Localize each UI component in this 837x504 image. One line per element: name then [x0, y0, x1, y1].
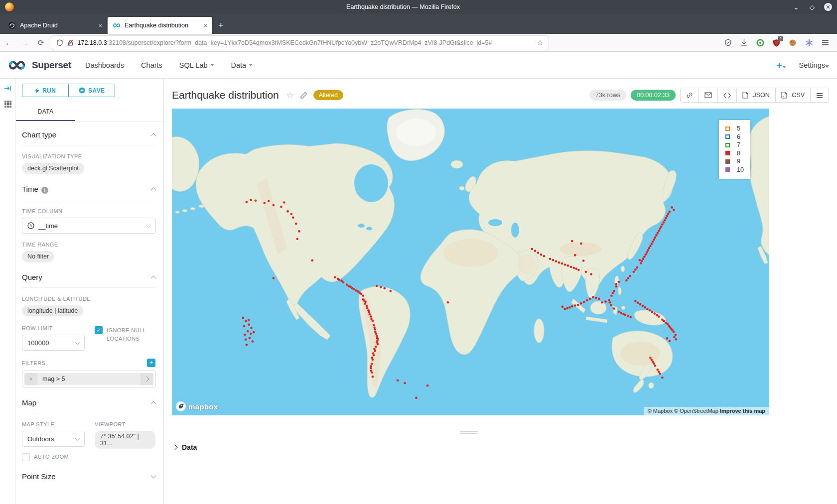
email-button[interactable]	[699, 88, 718, 102]
tab-data[interactable]: DATA	[16, 104, 75, 121]
legend-item[interactable]: 5	[725, 125, 744, 133]
map-style-select[interactable]: Outdoors	[22, 431, 85, 447]
window-title: Earthquake distribution — Mozilla Firefo…	[14, 3, 792, 10]
plus-icon: +	[776, 60, 782, 70]
viz-type-value[interactable]: deck.gl Scatterplot	[22, 163, 84, 174]
more-options-button[interactable]	[811, 88, 829, 102]
filter-chip[interactable]: × mag > 5	[24, 373, 153, 385]
legend-item[interactable]: 10	[725, 166, 744, 174]
time-range-value[interactable]: No filter	[22, 251, 54, 262]
favorite-star-icon[interactable]: ☆	[286, 90, 294, 101]
legend-value: 6	[737, 133, 740, 140]
save-button[interactable]: SAVE	[69, 84, 115, 97]
tab-apache-druid[interactable]: Apache Druid ×	[3, 17, 108, 34]
legend-item[interactable]: 7	[725, 141, 744, 149]
edit-pencil-icon[interactable]	[300, 92, 307, 99]
section-map[interactable]: Map	[22, 398, 155, 413]
nav-data[interactable]: Data	[231, 61, 253, 69]
remove-filter-icon[interactable]: ×	[24, 373, 37, 385]
add-filter-button[interactable]: +	[147, 359, 155, 367]
menu-hamburger-icon[interactable]	[822, 39, 829, 46]
extension-green-icon[interactable]	[756, 39, 764, 47]
bookmark-star-icon[interactable]: ☆	[537, 38, 543, 47]
nav-sql-lab[interactable]: SQL Lab	[179, 61, 214, 69]
back-button[interactable]: ←	[5, 38, 12, 47]
deckgl-map[interactable]: 5678910 mapbox © Mapbox © OpenStreetMap …	[172, 109, 769, 415]
world-map	[172, 109, 769, 415]
row-limit-select[interactable]: 100000	[22, 335, 85, 351]
nav-dashboards[interactable]: Dashboards	[85, 61, 124, 69]
envelope-icon	[704, 92, 712, 98]
viewport-value[interactable]: 7° 35' 54.02" | 31...	[95, 431, 155, 449]
legend-value: 8	[737, 150, 740, 157]
copy-link-button[interactable]	[681, 88, 699, 102]
chevron-up-icon	[150, 401, 156, 406]
superset-logo[interactable]: Superset	[8, 59, 71, 71]
tab-close-icon[interactable]: ×	[98, 22, 102, 29]
legend-swatch-icon	[725, 126, 730, 131]
colorful-asterisk-icon[interactable]	[805, 39, 813, 47]
section-point-size[interactable]: Point Size	[22, 472, 155, 487]
map-legend[interactable]: 5678910	[719, 120, 750, 179]
section-chart-type[interactable]: Chart type	[22, 130, 155, 145]
tracking-shield-icon[interactable]	[56, 39, 63, 46]
pane-drag-handle[interactable]	[460, 431, 478, 435]
datasource-grid-icon[interactable]	[4, 100, 12, 108]
legend-item[interactable]: 9	[725, 157, 744, 166]
export-json-button[interactable]: .JSON	[737, 88, 776, 102]
settings-menu[interactable]: Settings	[799, 61, 829, 69]
time-column-label: TIME COLUMN	[22, 208, 155, 214]
chevron-right-icon	[172, 444, 177, 450]
time-column-select[interactable]: __time	[22, 218, 156, 234]
ignore-null-checkbox[interactable]: ✓	[95, 326, 103, 334]
section-time[interactable]: Timei	[22, 185, 155, 200]
add-new-button[interactable]: +	[776, 60, 786, 71]
window-maximize-icon[interactable]: ◇	[808, 3, 816, 11]
control-panel: RUN SAVE DATA Chart type VISUALIZATION T…	[16, 79, 164, 504]
time-range-label: TIME RANGE	[22, 242, 155, 248]
chevron-right-icon[interactable]	[140, 373, 153, 385]
legend-item[interactable]: 8	[725, 149, 744, 158]
reload-button[interactable]: ⟳	[38, 38, 44, 47]
attrib-mapbox-link[interactable]: © Mapbox	[648, 408, 673, 414]
chevron-down-icon	[782, 66, 786, 68]
chevron-down-icon	[249, 64, 253, 66]
downloads-icon[interactable]	[740, 39, 748, 46]
chevron-down-icon	[210, 64, 214, 66]
menu-icon	[816, 93, 823, 98]
protections-shield-icon[interactable]	[724, 39, 732, 46]
improve-map-link[interactable]: Improve this map	[720, 408, 765, 414]
nav-charts[interactable]: Charts	[141, 61, 162, 69]
export-csv-button[interactable]: x.CSV	[776, 88, 811, 102]
tab-close-icon[interactable]: ×	[203, 22, 207, 29]
chevron-down-icon	[150, 473, 156, 478]
section-query[interactable]: Query	[22, 273, 155, 288]
altered-badge: Altered	[313, 90, 343, 100]
collapse-strip	[0, 79, 16, 504]
run-button[interactable]: RUN	[22, 84, 69, 97]
forward-button[interactable]: →	[21, 38, 29, 47]
info-icon: i	[41, 187, 48, 194]
lonlat-value[interactable]: longitude | latitude	[22, 305, 83, 316]
expand-panel-icon[interactable]	[4, 85, 11, 92]
file-icon	[742, 92, 748, 99]
embed-code-button[interactable]	[718, 88, 737, 102]
window-minimize-icon[interactable]: ⌄	[792, 3, 800, 11]
superset-favicon	[113, 21, 121, 29]
cookie-icon[interactable]	[789, 39, 797, 47]
ignore-null-label: IGNORE NULL LOCATIONS	[107, 326, 155, 343]
legend-item[interactable]: 6	[725, 133, 744, 141]
tab-earthquake-distribution[interactable]: Earthquake distribution ×	[108, 17, 212, 34]
window-close-icon[interactable]: ✕	[824, 3, 832, 11]
ublock-icon[interactable]: 2	[773, 39, 780, 47]
map-style-label: MAP STYLE	[22, 421, 95, 427]
url-bar[interactable]: 172.18.0.3:32108/superset/explore/?form_…	[51, 36, 549, 50]
insecure-lock-icon[interactable]	[67, 39, 74, 46]
auto-zoom-checkbox[interactable]	[22, 453, 30, 461]
mapbox-logo[interactable]: mapbox	[175, 401, 218, 412]
data-collapse-row[interactable]: Data	[164, 415, 837, 451]
attrib-osm-link[interactable]: © OpenStreetMap	[674, 408, 718, 414]
new-tab-button[interactable]: +	[212, 20, 230, 34]
row-limit-label: ROW LIMIT	[22, 325, 95, 331]
chevron-down-icon	[146, 223, 151, 228]
